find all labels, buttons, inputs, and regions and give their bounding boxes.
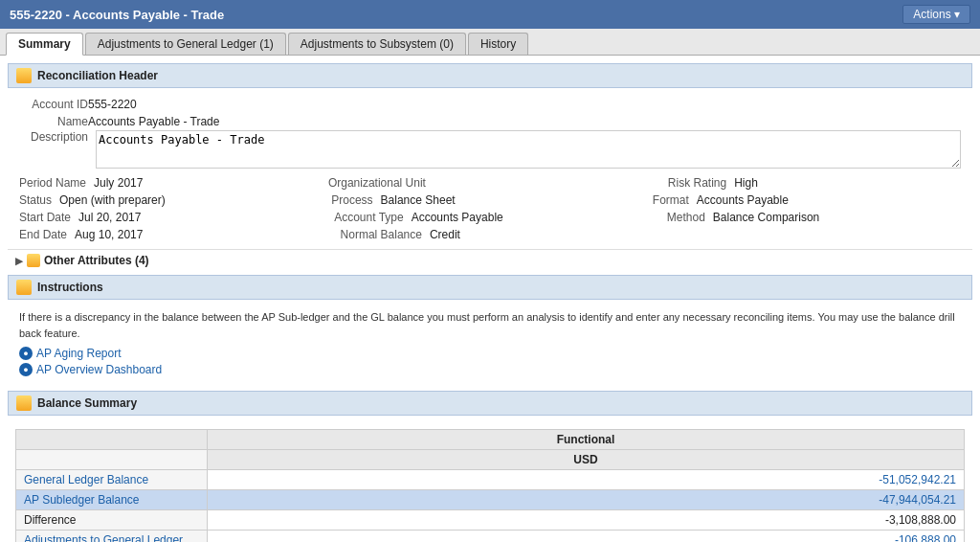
normal-balance-value: Credit [430, 228, 688, 241]
format-value: Accounts Payable [697, 193, 961, 207]
reconciliation-header-title: Reconciliation Header [37, 69, 158, 82]
fields-row-2: Status Open (with preparer) Process Bala… [8, 192, 972, 209]
name-value: Accounts Payable - Trade [88, 115, 961, 128]
folder-icon [16, 68, 32, 83]
description-label: Description [19, 130, 88, 144]
format-label: Format [653, 193, 689, 207]
end-date-label: End Date [19, 228, 67, 241]
description-textarea[interactable]: Accounts Payable - Trade [96, 130, 961, 169]
ap-overview-icon: ● [19, 363, 33, 376]
instructions-body: If there is a discrepancy in the balance… [8, 305, 972, 387]
balance-row-link-value[interactable]: -47,944,054.21 [879, 493, 956, 507]
period-name-value: July 2017 [94, 176, 321, 190]
window-title: 555-2220 - Accounts Payable - Trade [10, 8, 224, 22]
balance-row-label: Difference [16, 510, 208, 531]
balance-row-value[interactable]: -106,888.00 [208, 531, 965, 543]
balance-table-container: Functional USD General Ledger Balance-51… [8, 421, 972, 542]
fields-row-1: Period Name July 2017 Organizational Uni… [8, 174, 972, 192]
other-attributes-title: Other Attributes (4) [44, 254, 149, 267]
instructions-section-header: Instructions [8, 275, 972, 300]
instructions-text: If there is a discrepancy in the balance… [19, 309, 961, 341]
ap-overview-link-row: ● AP Overview Dashboard [19, 363, 961, 376]
balance-empty-header [16, 430, 208, 450]
balance-row-value: -3,108,888.00 [208, 510, 965, 531]
balance-row-link-value[interactable]: -106,888.00 [895, 533, 956, 542]
balance-row-value[interactable]: -47,944,054.21 [208, 490, 965, 510]
balance-row-link-label[interactable]: AP Subledger Balance [24, 493, 140, 507]
normal-balance-label: Normal Balance [341, 228, 422, 241]
fields-row-3: Start Date Jul 20, 2017 Account Type Acc… [8, 209, 972, 226]
description-row: Description Accounts Payable - Trade [8, 128, 972, 174]
balance-row-label[interactable]: General Ledger Balance [16, 470, 208, 490]
org-unit-label: Organizational Unit [328, 176, 426, 190]
balance-summary-title: Balance Summary [37, 396, 137, 410]
balance-row-label[interactable]: AP Subledger Balance [16, 490, 208, 510]
method-label: Method [667, 211, 705, 224]
collapse-triangle-icon: ▶ [15, 256, 23, 266]
folder-icon-instructions [16, 280, 32, 295]
balance-functional-header: Functional [208, 430, 965, 450]
risk-rating-value: High [734, 176, 961, 190]
ap-overview-link[interactable]: AP Overview Dashboard [36, 363, 162, 376]
tab-summary[interactable]: Summary [6, 33, 83, 56]
ap-aging-link[interactable]: AP Aging Report [36, 347, 122, 360]
start-date-value: Jul 20, 2017 [78, 211, 326, 224]
main-window: 555-2220 - Accounts Payable - Trade Acti… [0, 0, 980, 542]
title-bar: 555-2220 - Accounts Payable - Trade Acti… [0, 0, 980, 29]
tab-adjustments-sub[interactable]: Adjustments to Subsystem (0) [288, 33, 466, 55]
period-name-label: Period Name [19, 176, 86, 190]
balance-row-link-label[interactable]: General Ledger Balance [24, 473, 148, 486]
start-date-label: Start Date [19, 211, 71, 224]
other-attributes-header[interactable]: ▶ Other Attributes (4) [8, 249, 972, 271]
risk-rating-label: Risk Rating [668, 176, 726, 190]
main-content: Reconciliation Header Account ID 555-222… [0, 56, 980, 542]
name-label: Name [19, 115, 88, 128]
status-value: Open (with preparer) [59, 193, 323, 207]
ap-aging-link-row: ● AP Aging Report [19, 347, 961, 360]
fields-row-4: End Date Aug 10, 2017 Normal Balance Cre… [8, 226, 972, 249]
account-id-value: 555-2220 [88, 98, 961, 111]
tab-adjustments-gl[interactable]: Adjustments to General Ledger (1) [85, 33, 286, 55]
balance-table: Functional USD General Ledger Balance-51… [15, 429, 965, 542]
end-date-value: Aug 10, 2017 [75, 228, 333, 241]
account-type-label: Account Type [334, 211, 404, 224]
ap-aging-icon: ● [19, 347, 33, 360]
account-type-value: Accounts Payable [412, 211, 659, 224]
process-value: Balance Sheet [381, 193, 645, 207]
folder-icon-balance [16, 395, 32, 411]
balance-row-link-value[interactable]: -51,052,942.21 [879, 473, 956, 486]
status-label: Status [19, 193, 52, 207]
folder-icon-other [27, 254, 40, 267]
instructions-title: Instructions [37, 281, 103, 294]
process-label: Process [331, 193, 372, 207]
balance-row-label[interactable]: Adjustments to General Ledger [16, 531, 208, 543]
balance-row-link-label[interactable]: Adjustments to General Ledger [24, 533, 183, 542]
reconciliation-header-section: Reconciliation Header [8, 63, 972, 88]
method-value: Balance Comparison [713, 211, 961, 224]
account-id-label: Account ID [19, 98, 88, 111]
balance-currency-header: USD [208, 450, 965, 470]
actions-button[interactable]: Actions ▾ [902, 5, 970, 24]
tabs-bar: Summary Adjustments to General Ledger (1… [0, 29, 980, 56]
tab-history[interactable]: History [468, 33, 528, 55]
balance-empty-subheader [16, 450, 208, 470]
balance-summary-header: Balance Summary [8, 391, 972, 416]
balance-row-value[interactable]: -51,052,942.21 [208, 470, 965, 490]
